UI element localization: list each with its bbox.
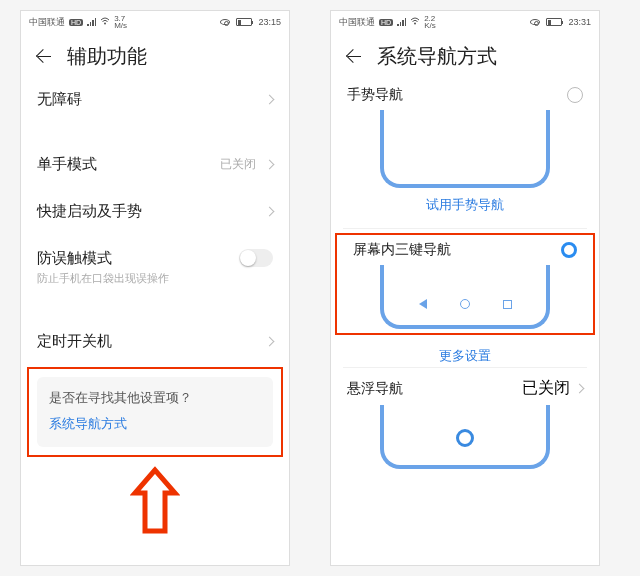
chevron-right-icon [265, 337, 275, 347]
svg-point-0 [104, 23, 106, 25]
suggestion-question: 是否在寻找其他设置项？ [49, 389, 261, 407]
hd-badge: HD [69, 19, 83, 26]
threekey-preview [380, 265, 550, 329]
more-settings-link[interactable]: 更多设置 [331, 339, 599, 367]
phone-left: 中国联通 HD 3.7M/s 23:15 辅助功能 无障碍 单手模式 已关闭 快… [20, 10, 290, 566]
chevron-right-icon [265, 207, 275, 217]
annotation-arrow-icon [21, 465, 289, 541]
chevron-right-icon [265, 160, 275, 170]
radio-selected-icon[interactable] [561, 242, 577, 258]
signal-icon [397, 18, 406, 26]
chevron-right-icon [575, 384, 585, 394]
wifi-icon [410, 17, 420, 27]
highlight-box: 是否在寻找其他设置项？ 系统导航方式 [27, 367, 283, 457]
back-icon[interactable] [35, 48, 53, 66]
page-title: 系统导航方式 [377, 43, 497, 70]
mistouch-toggle[interactable] [239, 249, 273, 267]
row-quick-launch[interactable]: 快捷启动及手势 [21, 188, 289, 235]
nav-home-icon [460, 299, 470, 309]
battery-icon [546, 18, 562, 26]
float-dot-icon [456, 429, 474, 447]
page-header: 辅助功能 [21, 33, 289, 76]
suggestion-link[interactable]: 系统导航方式 [49, 415, 261, 433]
highlight-box: 屏幕内三键导航 [335, 233, 595, 335]
nav-back-icon [419, 299, 427, 309]
svg-point-1 [414, 23, 416, 25]
try-gesture-link[interactable]: 试用手势导航 [331, 188, 599, 216]
back-icon[interactable] [345, 48, 363, 66]
eye-comfort-icon [220, 19, 230, 25]
row-one-hand[interactable]: 单手模式 已关闭 [21, 141, 289, 188]
phone-right: 中国联通 HD 2.2K/s 23:31 系统导航方式 手势导航 试用手势导航 [330, 10, 600, 566]
battery-icon [236, 18, 252, 26]
row-timer[interactable]: 定时开关机 [21, 318, 289, 365]
gesture-preview [380, 110, 550, 188]
option-gesture[interactable]: 手势导航 试用手势导航 [331, 76, 599, 228]
eye-comfort-icon [530, 19, 540, 25]
chevron-right-icon [265, 95, 275, 105]
hd-badge: HD [379, 19, 393, 26]
option-three-key[interactable]: 屏幕内三键导航 [337, 235, 593, 333]
clock: 23:15 [258, 17, 281, 27]
clock: 23:31 [568, 17, 591, 27]
status-bar: 中国联通 HD 3.7M/s 23:15 [21, 11, 289, 33]
carrier-label: 中国联通 [29, 16, 65, 29]
status-bar: 中国联通 HD 2.2K/s 23:31 [331, 11, 599, 33]
carrier-label: 中国联通 [339, 16, 375, 29]
suggestion-card[interactable]: 是否在寻找其他设置项？ 系统导航方式 [37, 377, 273, 447]
signal-icon [87, 18, 96, 26]
radio-unselected-icon[interactable] [567, 87, 583, 103]
page-header: 系统导航方式 [331, 33, 599, 76]
option-float[interactable]: 悬浮导航 已关闭 [331, 368, 599, 481]
row-accessibility[interactable]: 无障碍 [21, 76, 289, 123]
nav-recent-icon [503, 300, 512, 309]
page-title: 辅助功能 [67, 43, 147, 70]
float-preview [380, 405, 550, 469]
wifi-icon [100, 17, 110, 27]
row-mistouch[interactable]: 防误触模式 防止手机在口袋出现误操作 [21, 235, 289, 300]
